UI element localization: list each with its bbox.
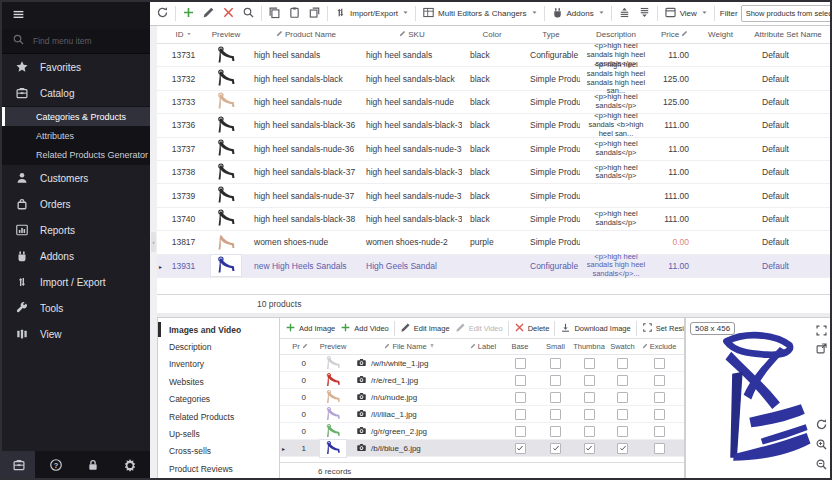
table-row[interactable]: 13817women shoes-nudewomen shoes-nude-2p… [157,231,832,254]
sidebar-item-customers[interactable]: Customers [2,165,150,191]
table-row[interactable]: 13740high heel sandals-black-38high heel… [157,208,832,231]
tab-categories[interactable]: Categories [158,391,279,408]
tab-inventory[interactable]: Inventory [158,356,279,373]
tab-description[interactable]: Description [158,338,279,355]
checkbox-thumbna[interactable] [584,358,595,369]
table-row[interactable]: 13739high heel sandals-nude-37high heel … [157,184,832,207]
addons-menu[interactable]: Addons [548,4,608,23]
checkbox-swatch[interactable] [617,358,628,369]
checkbox-swatch[interactable] [617,392,628,403]
table-row[interactable]: 13731high heel sandalshigh heel sandalsb… [157,44,832,67]
collapse-sidebar-handle[interactable]: ‹ [151,232,156,252]
delete-product-button[interactable] [219,4,238,23]
sidebar-item-addons[interactable]: Addons [2,243,150,269]
column-header-small[interactable]: Small [539,342,572,351]
column-header-exclude[interactable]: Exclude [639,342,679,351]
checkbox-base[interactable] [515,443,526,454]
checkbox-small[interactable] [550,375,561,386]
checkbox-exclude[interactable] [654,375,665,386]
image-row[interactable]: ▸1/b/l/blue_6.jpg [280,440,684,457]
search-products-button[interactable] [239,4,258,23]
column-header-type[interactable]: Type [522,30,580,39]
settings-button[interactable] [113,451,146,478]
sidebar-item-categories-products[interactable]: Categories & Products [2,107,150,126]
download-image-button[interactable]: Download Image [558,320,632,337]
tab-websites[interactable]: Websites [158,373,279,390]
import-export-menu[interactable]: Import/Export [331,4,412,23]
column-header-price[interactable]: Price [652,30,697,39]
set-resize-rule-button[interactable]: Set Resize Rule [640,320,684,337]
tab-cross-sells[interactable]: Cross-sells [158,443,279,460]
sidebar-item-orders[interactable]: Orders [2,191,150,217]
checkbox-base[interactable] [515,392,526,403]
checkbox-base[interactable] [515,358,526,369]
column-header-preview[interactable]: Preview [202,30,250,39]
checkbox-thumbna[interactable] [584,375,595,386]
column-header-thumbna[interactable]: Thumbna [572,342,606,351]
expand-rows-button[interactable] [615,4,634,23]
rotate-icon[interactable] [815,417,828,435]
tab-related-products[interactable]: Related Products [158,408,279,425]
image-row[interactable]: 0/w/h/white_1.jpg [280,355,684,372]
column-header-label[interactable]: Label [465,342,501,351]
checkbox-thumbna[interactable] [584,426,595,437]
tab-images-and-video[interactable]: Images and Video [158,321,279,338]
column-header-sku[interactable]: SKU [362,30,462,39]
column-header-preview[interactable]: Preview [312,342,354,351]
column-header-weight[interactable]: Weight [697,30,744,39]
sidebar-item-view[interactable]: View [2,321,150,347]
table-row[interactable]: 13736high heel sandals-black-36high heel… [157,114,832,137]
sidebar-item-attributes[interactable]: Attributes [2,126,150,145]
add-image-button[interactable]: Add Image [283,320,337,337]
table-row[interactable]: 13733high heel sandals-nudehigh heel san… [157,91,832,114]
checkbox-swatch[interactable] [617,409,628,420]
checkbox-swatch[interactable] [617,443,628,454]
column-header-pr[interactable]: Pr [288,342,312,351]
copy-button[interactable] [265,4,284,23]
column-header-id[interactable]: ID [165,30,202,39]
checkbox-small[interactable] [550,426,561,437]
checkbox-base[interactable] [515,375,526,386]
help-button[interactable]: ? [39,451,72,478]
checkbox-small[interactable] [550,443,561,454]
checkbox-swatch[interactable] [617,375,628,386]
checkbox-thumbna[interactable] [584,409,595,420]
column-header-description[interactable]: Description [580,30,652,39]
table-row[interactable]: ▸13931new High Heels SandalsHigh Geels S… [157,255,832,278]
sidebar-item-favorites[interactable]: Favorites [2,54,150,80]
edit-image-button[interactable]: Edit Image [398,320,452,337]
add-video-button[interactable]: Add Video [338,320,390,337]
checkbox-swatch[interactable] [617,426,628,437]
paste-button[interactable] [285,4,304,23]
tab-up-sells[interactable]: Up-sells [158,425,279,442]
checkbox-thumbna[interactable] [584,443,595,454]
checkbox-exclude[interactable] [654,358,665,369]
fullscreen-icon[interactable] [815,323,828,341]
view-menu[interactable]: View [661,4,711,23]
sidebar-item-import-export[interactable]: Import / Export [2,269,150,295]
checkbox-base[interactable] [515,409,526,420]
edit-product-button[interactable] [199,4,218,23]
checkbox-exclude[interactable] [654,443,665,454]
tab-product-reviews[interactable]: Product Reviews [158,460,279,477]
checkbox-exclude[interactable] [654,392,665,403]
column-header-product-name[interactable]: Product Name [250,30,362,39]
add-product-button[interactable] [179,4,198,23]
table-row[interactable]: 13738high heel sandals-black-37high heel… [157,161,832,184]
checkbox-small[interactable] [550,409,561,420]
image-row[interactable]: 0/n/u/nude.jpg [280,389,684,406]
refresh-button[interactable] [153,4,172,23]
column-header-base[interactable]: Base [501,342,539,351]
delete-button[interactable]: Delete [512,320,552,337]
zoom-in-icon[interactable] [815,437,828,455]
duplicate-button[interactable] [305,4,324,23]
menu-search-input[interactable] [31,35,131,47]
checkbox-thumbna[interactable] [584,392,595,403]
open-external-icon[interactable] [815,341,828,359]
checkbox-small[interactable] [550,392,561,403]
image-row[interactable]: 0/r/e/red_1.jpg [280,372,684,389]
catalog-shortcut-button[interactable] [2,451,35,478]
image-row[interactable]: 0/l/i/lilac_1.jpg [280,406,684,423]
lock-button[interactable] [76,451,109,478]
category-filter-select[interactable]: Show products from selected categories [741,5,830,22]
